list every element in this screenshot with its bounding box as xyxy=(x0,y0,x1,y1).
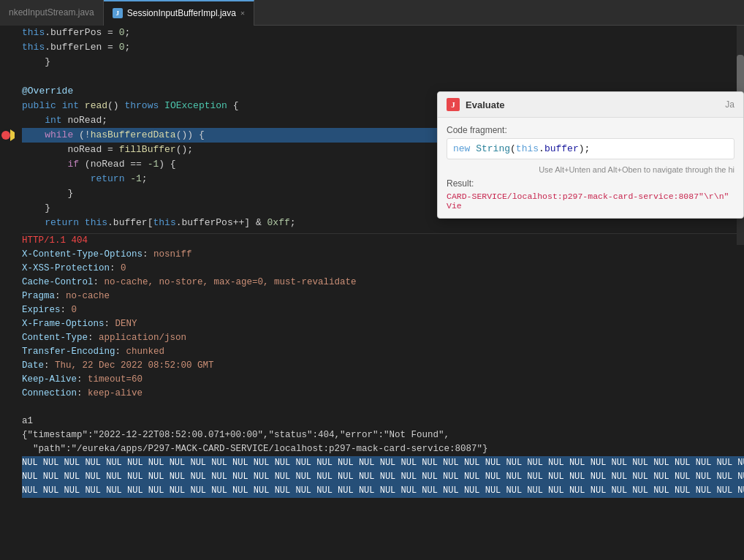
tab-close-button[interactable]: ✕ xyxy=(240,9,245,18)
code-fragment-value[interactable]: new String(this.buffer); xyxy=(447,138,734,159)
java-icon-tab2: J xyxy=(113,8,123,18)
http-header-pragma: Pragma: no-cache xyxy=(22,290,744,303)
http-header-connection: Connection: keep-alive xyxy=(22,387,744,401)
ind-4 xyxy=(0,69,15,84)
tab-linked-input-stream[interactable]: nkedInputStream.java xyxy=(0,0,104,26)
ind-3 xyxy=(0,55,15,69)
http-header-frame: X-Frame-Options: DENY xyxy=(22,317,744,331)
result-label: Result: xyxy=(447,178,734,189)
http-chunk-size: a1 xyxy=(22,415,744,428)
http-header-transfer: Transfer-Encoding: chunked xyxy=(22,345,744,359)
evaluate-title: Evaluate xyxy=(466,99,504,110)
breakpoint-gutter xyxy=(0,26,15,560)
tab-bar: nkedInputStream.java J SessionInputBuffe… xyxy=(0,0,744,26)
nul-line-3-container: nfra NUL NUL NUL NUL NUL NUL NUL NUL NUL… xyxy=(22,484,744,498)
http-header-xss: X-XSS-Protection: 0 xyxy=(22,262,744,276)
ind-2 xyxy=(0,40,15,55)
http-header-expires: Expires: 0 xyxy=(22,303,744,317)
tab-label-2: SessionInputBufferImpl.java xyxy=(127,8,236,18)
main-container: nkedInputStream.java J SessionInputBuffe… xyxy=(0,0,744,560)
evaluate-lang: Ja xyxy=(725,99,734,110)
evaluate-body: Code fragment: new String(this.buffer); … xyxy=(438,118,743,218)
code-line-1: this.bufferPos = 0; xyxy=(22,26,744,40)
http-empty-line xyxy=(22,401,744,415)
nul-line-2-container: y.client NUL NUL NUL NUL NUL NUL NUL NUL… xyxy=(22,470,744,484)
ind-7 xyxy=(0,113,15,128)
tab-session-input-buffer[interactable]: J SessionInputBufferImpl.java ✕ xyxy=(104,0,254,26)
http-header-date: Date: Thu, 22 Dec 2022 08:52:00 GMT xyxy=(22,359,744,373)
http-json-path: "path":"/eureka/apps/P297-MACK-CARD-SERV… xyxy=(22,442,744,456)
ind-1 xyxy=(0,26,15,40)
evaluate-header: J Evaluate Ja xyxy=(438,92,743,118)
ind-5 xyxy=(0,84,15,99)
navigation-hint: Use Alt+Unten and Alt+Oben to navigate t… xyxy=(447,165,734,174)
http-response-area: HTTP/1.1 404 X-Content-Type-Options: nos… xyxy=(22,233,744,526)
http-json-body: {"timestamp":"2022-12-22T08:52:00.071+00… xyxy=(22,428,744,442)
http-header-content-type-options: X-Content-Type-Options: nosniff xyxy=(22,248,744,262)
http-header-keepalive: Keep-Alive: timeout=60 xyxy=(22,373,744,387)
code-fragment-label: Code fragment: xyxy=(447,125,734,135)
nul-line-2: NUL NUL NUL NUL NUL NUL NUL NUL NUL NUL … xyxy=(22,470,744,484)
tab-label-1: nkedInputStream.java xyxy=(9,7,94,18)
result-value: CARD-SERVICE/localhost:p297-mack-card-se… xyxy=(447,192,734,211)
nul-line-1: NUL NUL NUL NUL NUL NUL NUL NUL NUL NUL … xyxy=(22,456,744,470)
ind-8 xyxy=(0,128,15,143)
http-header-content-type: Content-Type: application/json xyxy=(22,331,744,345)
evaluate-popup: J Evaluate Ja Code fragment: new String(… xyxy=(437,91,744,219)
http-status-line: HTTP/1.1 404 xyxy=(22,234,744,248)
ind-6 xyxy=(0,99,15,113)
evaluate-icon: J xyxy=(447,98,460,111)
nul-line-3: NUL NUL NUL NUL NUL NUL NUL NUL NUL NUL … xyxy=(22,484,744,498)
code-line-3: } xyxy=(22,55,744,69)
code-line-4 xyxy=(22,69,744,84)
nul-line-1-container: g.spring NUL NUL NUL NUL NUL NUL NUL NUL… xyxy=(22,456,744,470)
http-header-cache: Cache-Control: no-cache, no-store, max-a… xyxy=(22,276,744,290)
breakpoint-dot xyxy=(1,131,10,140)
editor-area: this.bufferPos = 0; this.bufferLen = 0; … xyxy=(0,26,744,560)
code-line-2: this.bufferLen = 0; xyxy=(22,40,744,55)
